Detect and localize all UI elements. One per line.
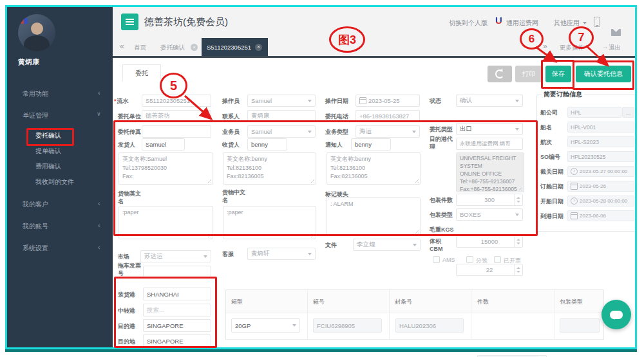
goods-en-textarea[interactable]: :paper (118, 206, 213, 239)
notify-detail-textarea[interactable]: 英文名称:benny Tel:82136100 Fax:82136005 (327, 152, 421, 185)
truck-invoice-input[interactable] (143, 266, 211, 278)
stepper-arrows-icon[interactable] (514, 194, 522, 205)
sidebar-group-system-settings[interactable]: 系统设置 (23, 244, 48, 253)
calendar-icon (359, 97, 366, 104)
tab-close-icon[interactable]: × (255, 44, 262, 51)
clock-icon (571, 197, 578, 205)
container-type-select[interactable]: 20GP (231, 318, 300, 333)
shipper-label: 发货人 (118, 141, 135, 149)
dest-port-input[interactable]: SINGAPORE (143, 319, 211, 332)
chevron-down-icon (308, 253, 312, 255)
seal-no-input[interactable]: HALU202306 (395, 318, 464, 333)
client-input[interactable]: 德善茶坊 (142, 110, 211, 122)
serial-input[interactable]: S511202305251 (142, 95, 211, 107)
carrier-input[interactable]: HPL (567, 107, 621, 118)
so-no-input[interactable]: HPL20230525 (567, 151, 634, 162)
tab-entrust-form[interactable]: 委托 (122, 64, 161, 82)
refresh-button[interactable] (488, 66, 512, 82)
market-select[interactable]: 苏达运 (140, 250, 211, 262)
freight-net-link[interactable]: 通用运费网 (506, 19, 538, 28)
avatar[interactable] (18, 14, 55, 51)
confirm-entrust-button[interactable]: 确认委托信息 (576, 66, 631, 82)
sidebar-group-common-functions[interactable]: 常用功能 (23, 89, 48, 98)
mail-icon[interactable] (611, 29, 621, 36)
voyage-label: 航次 (540, 138, 552, 146)
biz-type-select[interactable]: 海运 (355, 125, 420, 138)
transit-port-input[interactable]: 搜索... (143, 304, 211, 316)
phone-input[interactable]: +86-18938163827 (355, 110, 420, 122)
operator-select[interactable]: Samuel (247, 95, 316, 107)
menu-toggle-button[interactable] (121, 14, 138, 30)
contact-input[interactable]: 黄炳康 (247, 110, 316, 122)
consignee-detail-textarea[interactable]: 英文名称:benny Tel:82136100 Fax:82136005 (223, 152, 316, 185)
save-button[interactable]: 保存 (545, 66, 571, 82)
pack-type-input[interactable] (560, 318, 600, 333)
notify-input[interactable]: benny (351, 138, 391, 151)
tab-active-order[interactable]: S511202305251 × (202, 38, 268, 56)
table-divider (554, 289, 554, 340)
sidebar-item-entrust-confirm[interactable]: 委托确认 (35, 131, 61, 140)
sidebar-group-document-management[interactable]: 单证管理 (23, 111, 48, 120)
container-table-header (226, 290, 603, 313)
sidebar-item-bl-confirm[interactable]: 提单确认 (35, 147, 61, 156)
voyage-input[interactable]: HPL-S2023 (567, 136, 634, 147)
load-port-input[interactable]: SHANGHAI (143, 288, 211, 300)
carrier-label: 船公司 (540, 109, 558, 116)
dest-agent-detail-textarea[interactable]: UNIVERSAL FREIGHT SYSTEM ONLINE OFFICE T… (456, 152, 524, 192)
shipper-input[interactable]: Samuel (142, 138, 185, 151)
fax-input[interactable] (142, 125, 211, 138)
collapse-tabs-icon[interactable]: « (120, 42, 124, 51)
tab-strip: « 首页 委托确认 × S511202305251 × » 更多操作 → 退出 (113, 38, 637, 58)
avatar-face (31, 23, 43, 35)
status-select[interactable]: 确认 (456, 95, 523, 107)
consign-type-select[interactable]: 出口 (456, 123, 523, 135)
sidebar-group-my-account[interactable]: 我的账号 (23, 222, 48, 231)
vessel-input[interactable]: HPL-V001 (567, 122, 634, 133)
stepper-arrows-icon[interactable] (514, 236, 522, 247)
cutoff-date-field[interactable]: 2023-05-27 00:00:00 (567, 166, 634, 177)
expand-tabs-icon[interactable]: » (543, 42, 547, 51)
sidebar-item-fee-confirm[interactable]: 费用确认 (35, 162, 61, 171)
page-title: 德善茶坊(免费会员) (144, 16, 228, 28)
pkg-type-select[interactable]: BOXES (456, 208, 523, 221)
other-apps-menu[interactable]: 其他应用 (554, 19, 580, 28)
marks-textarea[interactable]: : ALARM (327, 197, 421, 235)
sidebar-group-my-customers[interactable]: 我的客户 (23, 200, 48, 209)
booking-date-field[interactable]: 2023-05-26 (567, 181, 634, 192)
volume-stepper[interactable]: 22 (456, 264, 523, 276)
departure-date-field[interactable]: 2023-05-28 00:00:00 (567, 196, 634, 206)
salesman-select[interactable]: Samuel (247, 125, 316, 138)
doc-select[interactable]: 李立煌 (353, 239, 421, 251)
switch-personal-link[interactable]: 切换到个人版 (449, 19, 488, 28)
tab-entrust-confirm[interactable]: 委托确认 (160, 44, 185, 52)
gross-weight-stepper[interactable]: 15000 (456, 235, 523, 248)
goods-cn-textarea[interactable]: :paper (223, 206, 316, 239)
ams-checkbox[interactable] (433, 256, 440, 263)
mobile-icon[interactable] (594, 17, 600, 27)
op-date-field[interactable]: 2023-05-25 (355, 95, 420, 107)
print-button[interactable]: 打印 (515, 66, 542, 82)
tab-home[interactable]: 首页 (134, 44, 146, 52)
consignee-input[interactable]: benny (247, 138, 287, 151)
dest-place-input[interactable]: SINGAPORE (143, 334, 211, 347)
tab-close-icon[interactable]: × (191, 44, 198, 51)
sidebar-item-received-files[interactable]: 我收到的文件 (35, 178, 74, 187)
dest-agent-input[interactable]: 永联通用运费网.炳哥 (456, 138, 523, 150)
service-select[interactable]: 黄炳轩 (247, 248, 316, 260)
departure-date-label: 开船日期 (540, 197, 564, 205)
stepper-arrows-icon[interactable] (514, 264, 522, 275)
split-checkbox[interactable] (466, 256, 473, 263)
more-actions-menu[interactable]: 更多操作 (560, 44, 584, 52)
chevron-down-icon (515, 100, 519, 102)
arrival-date-field[interactable]: 2023-06-06 (567, 210, 634, 221)
invoiced-checkbox[interactable] (494, 256, 501, 263)
carrier-more-button[interactable]: ... (622, 107, 634, 118)
pkg-qty-stepper[interactable]: 300 (456, 194, 523, 206)
logout-link[interactable]: 退出 (609, 44, 621, 52)
chevron-left-icon: ‹ (98, 199, 100, 207)
so-no-label: SO编号 (540, 153, 560, 161)
chat-fab-button[interactable] (601, 300, 631, 329)
container-no-input[interactable]: FCIU6298905 (313, 318, 382, 333)
shipper-detail-textarea[interactable]: 英文名称:Samuel Tel:13798520030 Fax: (118, 152, 213, 185)
dest-agent-label: 目的港代理 (430, 135, 457, 151)
